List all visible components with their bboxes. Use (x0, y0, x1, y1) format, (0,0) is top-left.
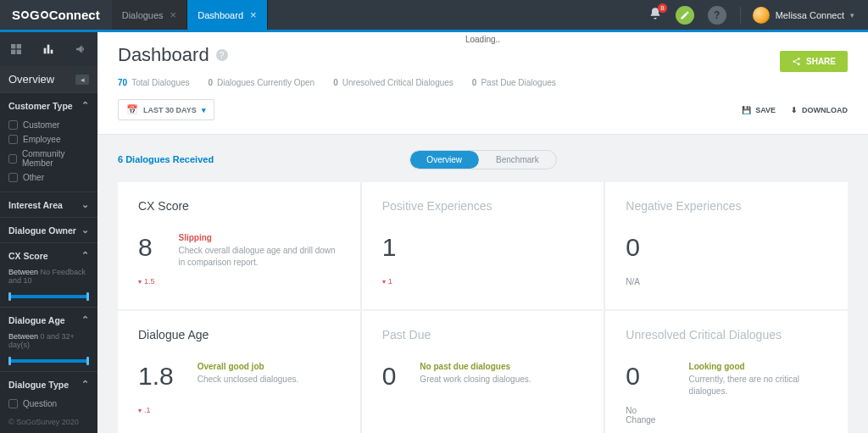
facet-header[interactable]: Customer Type ⌃ (0, 93, 97, 118)
card-dialogue-age[interactable]: Dialogue Age 1.8 ▾.1 Overall good job Ch… (118, 311, 360, 433)
facet-label: Dialogue Age (8, 315, 65, 325)
avatar (753, 7, 770, 24)
megaphone-icon[interactable] (74, 42, 89, 57)
facet-interest-area: Interest Area ⌄ (0, 192, 97, 217)
card-value: 1.8 (138, 362, 174, 391)
download-icon: ⬇ (791, 106, 798, 114)
cx-score-slider[interactable] (8, 295, 89, 298)
save-button[interactable]: 💾SAVE (742, 106, 776, 114)
checkbox-community-member[interactable]: Community Member (8, 147, 89, 170)
toggle-overview[interactable]: Overview (409, 151, 479, 169)
facet-customer-type: Customer Type ⌃ Customer Employee Commun… (0, 92, 97, 192)
stat-total-dialogues[interactable]: 70Total Dialogues (118, 78, 190, 87)
toggle-benchmark[interactable]: Benchmark (479, 151, 556, 169)
date-range-filter[interactable]: 📅 LAST 30 DAYS ▾ (118, 99, 214, 120)
facet-header[interactable]: Dialogue Type ⌃ (0, 372, 97, 397)
create-button[interactable] (676, 6, 694, 25)
share-button[interactable]: SHARE (780, 51, 848, 72)
collapse-icon[interactable]: ◂ (75, 75, 89, 85)
arrow-down-icon: ▾ (138, 407, 142, 414)
facet-label: Dialogue Owner (8, 225, 76, 236)
tab-dialogues[interactable]: Dialogues × (112, 0, 188, 30)
save-icon: 💾 (742, 106, 751, 114)
dialogues-received[interactable]: 6 Dialogues Received (118, 154, 214, 164)
cards-row-2: Dialogue Age 1.8 ▾.1 Overall good job Ch… (118, 311, 848, 433)
card-title: Positive Experiences (382, 199, 584, 213)
card-title: Unresolved Critical Dialogues (626, 328, 827, 341)
sidebar-overview-header[interactable]: Overview ◂ (0, 66, 97, 92)
notifications-icon[interactable]: 8 (648, 7, 662, 24)
facet-header[interactable]: Dialogue Owner ⌄ (0, 218, 97, 242)
grid-icon[interactable] (8, 42, 24, 57)
card-cx-score[interactable]: CX Score 8 ▾1.5 Slipping Check overall d… (118, 182, 360, 309)
help-icon[interactable]: ? (708, 6, 726, 25)
facet-header[interactable]: Dialogue Age ⌃ (0, 308, 97, 332)
card-title: CX Score (138, 199, 340, 213)
close-icon[interactable]: × (170, 8, 177, 21)
sidebar-footer: © SoGoSurvey 2020 (0, 411, 97, 433)
card-negative-experiences[interactable]: Negative Experiences 0 N/A (605, 182, 848, 309)
card-msg-body: Great work closing dialogues. (420, 374, 531, 386)
chevron-down-icon: ▾ (202, 106, 206, 114)
chart-icon[interactable] (41, 42, 56, 57)
brand-mid: G (30, 8, 40, 22)
page-header: Loading.. Dashboard ? SHARE 70Total Dial… (97, 32, 868, 135)
chevron-up-icon: ⌃ (81, 314, 89, 325)
card-nochange: No Change (626, 406, 665, 425)
delta-down: ▾1 (382, 277, 397, 286)
card-unresolved-critical[interactable]: Unresolved Critical Dialogues 0 No Chang… (605, 311, 848, 433)
card-title: Dialogue Age (138, 328, 340, 341)
facet-dialogue-type: Dialogue Type ⌃ Question Comment Suggest… (0, 371, 97, 411)
brand-suffix: Connect (49, 8, 100, 22)
stat-past-due[interactable]: 0Past Due Dialogues (472, 78, 556, 87)
card-msg-body: Currently, there are no critical dialogu… (689, 374, 827, 397)
facet-header[interactable]: Interest Area ⌄ (0, 192, 97, 217)
card-title: Negative Experiences (626, 199, 827, 213)
dialogue-age-slider[interactable] (8, 359, 89, 363)
svg-rect-5 (47, 45, 50, 54)
card-value: 0 (382, 362, 397, 391)
brand-prefix: S (12, 8, 20, 22)
page-title: Dashboard (118, 44, 209, 66)
card-value: 8 (138, 233, 155, 262)
sidebar: Overview ◂ Customer Type ⌃ Customer Empl… (0, 32, 97, 433)
card-title: Past Due (382, 328, 584, 341)
brand-o-icon (41, 11, 48, 19)
svg-rect-4 (44, 48, 47, 54)
stat-currently-open[interactable]: 0Dialogues Currently Open (209, 78, 315, 87)
card-msg-head: Overall good job (198, 362, 299, 371)
facet-label: Interest Area (8, 200, 63, 210)
notification-badge: 8 (658, 3, 666, 13)
tab-dashboard[interactable]: Dashboard × (187, 0, 267, 30)
card-na: N/A (626, 277, 640, 286)
card-positive-experiences[interactable]: Positive Experiences 1 ▾1 (362, 182, 604, 309)
card-msg-head: Looking good (689, 362, 827, 371)
chevron-up-icon: ⌃ (81, 379, 89, 390)
facet-header[interactable]: CX Score ⌃ (0, 243, 97, 268)
close-icon[interactable]: × (250, 8, 257, 21)
svg-rect-6 (51, 50, 53, 54)
checkbox-customer[interactable]: Customer (8, 118, 89, 132)
checkbox-other[interactable]: Other (8, 170, 89, 185)
topbar-right: 8 ? Melissa Connect ▾ (635, 0, 868, 30)
user-name: Melissa Connect (776, 10, 844, 20)
card-past-due[interactable]: Past Due 0 No past due dialogues Great w… (362, 311, 604, 433)
checkbox-employee[interactable]: Employee (8, 132, 89, 147)
download-button[interactable]: ⬇DOWNLOAD (791, 106, 848, 114)
sidebar-title: Overview (8, 73, 54, 86)
view-toggle: Overview Benchmark (409, 150, 556, 169)
stat-unresolved-critical[interactable]: 0Unresolved Critical Dialogues (333, 78, 453, 87)
brand-o-icon (21, 11, 29, 19)
sidebar-view-switch (0, 32, 97, 66)
checkbox-question[interactable]: Question (8, 397, 89, 411)
brand-logo[interactable]: SGConnect (0, 0, 112, 30)
chevron-down-icon: ▾ (850, 11, 854, 19)
facet-dialogue-age: Dialogue Age ⌃ Between 0 and 32+ day(s) (0, 307, 97, 363)
stats-row: 70Total Dialogues 0Dialogues Currently O… (118, 78, 848, 87)
svg-rect-1 (17, 44, 21, 48)
card-msg-head: Slipping (179, 233, 340, 242)
svg-rect-3 (17, 50, 21, 54)
chevron-up-icon: ⌃ (81, 250, 89, 261)
help-icon[interactable]: ? (216, 49, 228, 61)
user-menu[interactable]: Melissa Connect ▾ (740, 7, 854, 24)
